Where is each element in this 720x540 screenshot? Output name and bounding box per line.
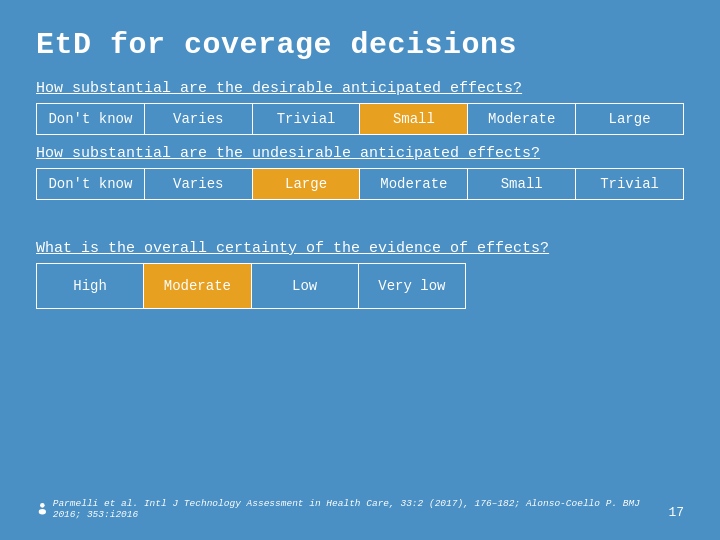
desirable-question: How substantial are the desirable antici… [36, 80, 684, 97]
page-number: 17 [668, 505, 684, 520]
svg-point-1 [39, 509, 46, 514]
desirable-option-4: Moderate [468, 104, 576, 134]
undesirable-section: How substantial are the undesirable anti… [36, 145, 684, 200]
certainty-option-2: Low [252, 264, 359, 308]
desirable-option-3: Small [360, 104, 468, 134]
desirable-section: How substantial are the desirable antici… [36, 80, 684, 135]
desirable-options-row: Don't knowVariesTrivialSmallModerateLarg… [36, 103, 684, 135]
certainty-question: What is the overall certainty of the evi… [36, 240, 684, 257]
undesirable-option-5: Trivial [576, 169, 683, 199]
svg-point-0 [40, 503, 45, 508]
slide-title: EtD for coverage decisions [36, 28, 684, 62]
undesirable-option-3: Moderate [360, 169, 468, 199]
footer: Parmelli et al. Intl J Technology Assess… [36, 498, 684, 520]
undesirable-option-1: Varies [145, 169, 253, 199]
undesirable-option-0: Don't know [37, 169, 145, 199]
undesirable-option-2: Large [253, 169, 361, 199]
desirable-option-1: Varies [145, 104, 253, 134]
undesirable-question: How substantial are the undesirable anti… [36, 145, 684, 162]
certainty-option-0: High [37, 264, 144, 308]
certainty-option-1: Moderate [144, 264, 251, 308]
certainty-option-3: Very low [359, 264, 465, 308]
desirable-option-0: Don't know [37, 104, 145, 134]
certainty-options-row: HighModerateLowVery low [36, 263, 466, 309]
desirable-option-5: Large [576, 104, 683, 134]
certainty-section: What is the overall certainty of the evi… [36, 240, 684, 309]
footer-left: Parmelli et al. Intl J Technology Assess… [36, 498, 668, 520]
footer-citation: Parmelli et al. Intl J Technology Assess… [53, 498, 669, 520]
desirable-option-2: Trivial [253, 104, 361, 134]
undesirable-option-4: Small [468, 169, 576, 199]
person-icon [36, 502, 49, 516]
slide: EtD for coverage decisions How substanti… [0, 0, 720, 540]
undesirable-options-row: Don't knowVariesLargeModerateSmallTrivia… [36, 168, 684, 200]
